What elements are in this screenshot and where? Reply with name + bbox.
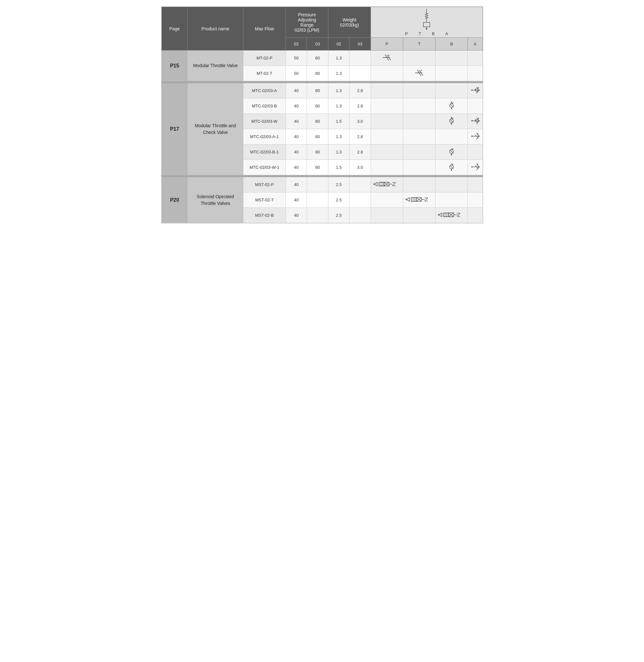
svg-line-55 <box>450 150 454 153</box>
flow-02: 40 <box>285 144 307 160</box>
svg-line-50 <box>475 135 478 138</box>
weight-03: 2.8 <box>349 129 371 144</box>
svg-point-23 <box>471 90 473 91</box>
flow-03: 80 <box>307 98 328 114</box>
diagram-p <box>371 208 403 223</box>
svg-point-71 <box>471 166 473 167</box>
main-table-container: Page Product name Max Flow PressureAdjus… <box>161 6 483 223</box>
model-name: MST-02-T <box>243 192 286 208</box>
svg-point-37 <box>451 117 452 118</box>
header-maxflow: Max Flow <box>243 7 286 50</box>
flow-03: 80 <box>307 50 328 66</box>
diagram-t <box>403 50 436 66</box>
model-name: MTC-02/03-B-1 <box>243 144 286 160</box>
model-name: MT-02-P <box>243 50 286 66</box>
svg-line-103 <box>439 213 442 215</box>
flow-03: 80 <box>307 66 328 81</box>
sub-T: T <box>403 38 436 50</box>
diagram-p <box>371 66 403 81</box>
diagram-p <box>371 160 403 175</box>
flow-03: 80 <box>307 144 328 160</box>
svg-point-38 <box>451 123 452 125</box>
diagram-b <box>436 208 468 223</box>
svg-line-61 <box>450 166 454 169</box>
diagram-t <box>403 129 436 144</box>
weight-02: 1.5 <box>328 160 349 175</box>
svg-rect-2 <box>423 22 430 27</box>
sub-P: P <box>371 38 403 50</box>
diagram-a <box>468 192 483 208</box>
flow-02: 40 <box>285 83 307 98</box>
svg-point-24 <box>478 90 480 91</box>
flow-02: 40 <box>285 114 307 129</box>
weight-02: 1.3 <box>328 83 349 98</box>
flow-03: 80 <box>307 129 328 144</box>
svg-line-69 <box>475 166 478 169</box>
model-name: MTC-02/03-B <box>243 98 286 114</box>
sub-02-lpm: 02 <box>285 38 307 50</box>
flow-03: 80 <box>307 114 328 129</box>
weight-03 <box>349 50 371 66</box>
model-name: MT-02-T <box>243 66 286 81</box>
diagram-b <box>436 66 468 81</box>
sub-03-kg: 03 <box>349 38 371 50</box>
weight-03: 3.0 <box>349 114 371 129</box>
svg-line-73 <box>374 182 377 184</box>
sub-A: A <box>468 38 483 50</box>
diagram-t <box>403 114 436 129</box>
diagram-b <box>436 83 468 98</box>
diagram-t <box>403 98 436 114</box>
diagram-a <box>468 160 483 175</box>
diagram-b <box>436 114 468 129</box>
diagram-t <box>403 144 436 160</box>
diagram-p <box>371 50 403 66</box>
diagram-a <box>468 50 483 66</box>
diagram-b <box>436 192 468 208</box>
weight-03 <box>349 192 371 208</box>
svg-point-72 <box>478 166 480 167</box>
diagram-b <box>436 160 468 175</box>
flow-03 <box>307 208 328 223</box>
group-name: Modular Throttle andCheck Valve <box>188 83 243 175</box>
flow-02: 40 <box>285 160 307 175</box>
model-name: MST-02-P <box>243 177 286 192</box>
group-name: Modular Throttle Valve <box>188 50 243 81</box>
diagram-a <box>468 83 483 98</box>
svg-point-45 <box>471 120 473 121</box>
diagram-a <box>468 129 483 144</box>
svg-line-101 <box>424 198 428 201</box>
svg-line-116 <box>457 213 460 216</box>
model-name: MTC-02/03-A-1 <box>243 129 286 144</box>
svg-line-75 <box>374 184 377 186</box>
model-name: MTC-02/03-A <box>243 83 286 98</box>
flow-02: 40 <box>285 192 307 208</box>
group-name: Solenoid OperatedThrottle Valves <box>188 177 243 223</box>
weight-02: 1.3 <box>328 98 349 114</box>
svg-point-30 <box>451 102 452 103</box>
diagram-b <box>436 129 468 144</box>
flow-02: 40 <box>285 98 307 114</box>
header-diagram: P T B A <box>371 7 483 38</box>
diagram-a <box>468 177 483 192</box>
model-name: MTC-02/03-W <box>243 114 286 129</box>
svg-point-65 <box>451 169 452 171</box>
weight-02: 2.5 <box>328 177 349 192</box>
diagram-t <box>403 208 436 223</box>
diagram-p <box>371 144 403 160</box>
diagram-p <box>371 98 403 114</box>
weight-03: 2.8 <box>349 144 371 160</box>
weight-02: 1.3 <box>328 50 349 66</box>
header-weight: Weight02/03(kg) <box>328 7 371 38</box>
flow-02: 40 <box>285 208 307 223</box>
diagram-b <box>436 144 468 160</box>
svg-marker-106 <box>438 214 439 216</box>
flow-02: 50 <box>285 66 307 81</box>
weight-02: 2.5 <box>328 192 349 208</box>
flow-03 <box>307 177 328 192</box>
flow-03: 80 <box>307 160 328 175</box>
diagram-a <box>468 144 483 160</box>
header-pressure: PressureAdjustingRange02/03 (LPM) <box>285 7 328 38</box>
weight-02: 1.3 <box>328 129 349 144</box>
svg-marker-70 <box>477 164 478 166</box>
weight-02: 1.3 <box>328 66 349 81</box>
